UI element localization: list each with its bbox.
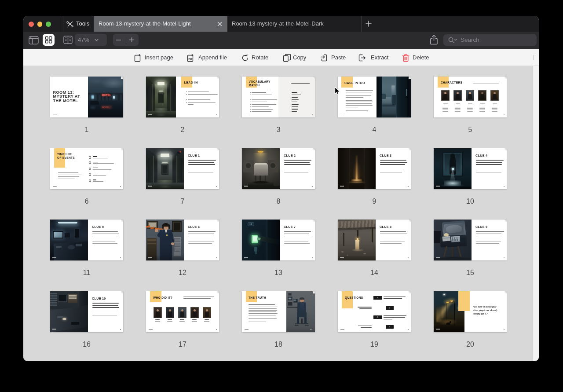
svg-text:PDF: PDF: [189, 58, 193, 60]
